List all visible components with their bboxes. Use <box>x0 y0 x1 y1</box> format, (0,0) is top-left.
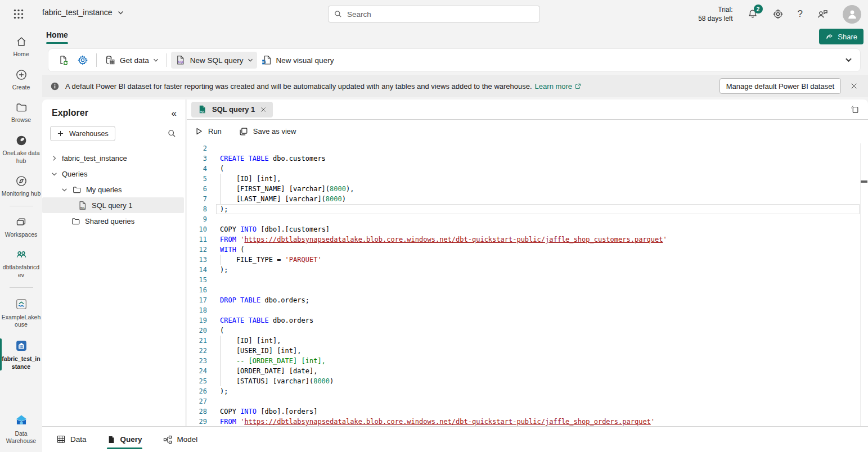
code-line-20[interactable]: 20( <box>187 326 868 336</box>
code-token: CREATE TABLE <box>220 155 269 162</box>
learn-more-link[interactable]: Learn more <box>535 82 582 91</box>
code-line-2[interactable]: 2 <box>187 143 868 153</box>
get-data-button[interactable]: Get data <box>101 52 163 69</box>
manage-default-dataset-button[interactable]: Manage default Power BI dataset <box>719 78 841 94</box>
rail-item-dbtlabsfabricdev[interactable]: dbtlabsfabricdev <box>0 245 42 282</box>
chevron-down-icon[interactable] <box>61 187 68 193</box>
settings-button[interactable] <box>772 8 784 20</box>
code-line-11[interactable]: 11FROM 'https://dbtlabsynapsedatalake.bl… <box>187 234 868 245</box>
code-line-28[interactable]: 28COPY INTO [dbo].[orders] <box>187 406 868 417</box>
banner-close-icon[interactable] <box>850 82 858 90</box>
code-line-24[interactable]: 24 [ORDER_DATE] [date], <box>187 366 868 376</box>
new-sql-query-button[interactable]: SQL New SQL query <box>171 52 257 69</box>
tree-item-fabric-test-instance[interactable]: fabric_test_instance <box>42 150 186 166</box>
account-avatar[interactable] <box>843 5 861 24</box>
line-number: 10 <box>187 224 207 234</box>
explorer-search-icon[interactable] <box>167 129 177 138</box>
bottom-tab-data[interactable]: Data <box>56 427 87 452</box>
rail-item-onelake-data-hub[interactable]: OneLake data hub <box>0 130 42 168</box>
rail-item-home[interactable]: Home <box>0 31 42 62</box>
code-token: 'PARQUET' <box>285 256 322 264</box>
code-line-23[interactable]: 23 -- [ORDER_DATE] [int], <box>187 356 868 366</box>
bottom-tab-query[interactable]: Query <box>107 427 142 452</box>
code-line-21[interactable]: 21 [ID] [int], <box>187 336 868 346</box>
global-search[interactable] <box>328 6 540 22</box>
code-line-25[interactable]: 25 [STATUS] [varchar](8000) <box>187 376 868 386</box>
code-line-15[interactable]: 15 <box>187 275 868 285</box>
query-tab[interactable]: SQL SQL query 1 <box>191 102 273 117</box>
warehouse-settings-button[interactable] <box>73 52 92 69</box>
tree-item-queries[interactable]: Queries <box>42 166 186 182</box>
code-token: ( <box>236 246 244 254</box>
line-number: 28 <box>187 406 207 417</box>
new-visual-query-button[interactable]: New visual query <box>257 52 338 69</box>
app-launcher-icon[interactable] <box>12 8 25 20</box>
code-line-16[interactable]: 16 <box>187 285 868 295</box>
code-line-10[interactable]: 10COPY INTO [dbo].[customers] <box>187 224 868 234</box>
rail-item-create[interactable]: Create <box>0 65 42 95</box>
code-line-18[interactable]: 18 <box>187 305 868 315</box>
code-token: [dbo].[orders] <box>257 408 317 415</box>
run-button[interactable]: Run <box>194 126 222 136</box>
rail-item-fabric-test-instance[interactable]: fabric_test_instance <box>0 335 42 374</box>
indent-guide <box>220 346 221 356</box>
rail-item-workspaces[interactable]: Workspaces <box>0 212 42 242</box>
code-line-6[interactable]: 6 [FIRST_NAME] [varchar](8000), <box>187 184 868 194</box>
search-input[interactable] <box>347 10 527 19</box>
code-line-22[interactable]: 22 [USER_ID] [int], <box>187 346 868 356</box>
rail-item-examplelakehouse[interactable]: ExampleLakehouse <box>0 293 42 332</box>
code-line-3[interactable]: 3CREATE TABLE dbo.customers <box>187 153 868 164</box>
sql-code-editor[interactable]: 23CREATE TABLE dbo.customers4(5 [ID] [in… <box>187 143 868 426</box>
tree-item-shared-queries[interactable]: Shared queries <box>42 213 186 229</box>
code-line-29[interactable]: 29FROM 'https://dbtlabsynapsedatalake.bl… <box>187 417 868 426</box>
line-number: 14 <box>187 265 207 275</box>
code-line-5[interactable]: 5 [ID] [int], <box>187 174 868 184</box>
save-as-view-button[interactable]: Save as view <box>239 126 296 137</box>
code-line-9[interactable]: 9 <box>187 214 868 224</box>
editor-toolbar: Run Save as view <box>187 120 868 143</box>
refresh-dataset-button[interactable] <box>54 52 73 69</box>
code-token <box>220 357 236 365</box>
code-line-13[interactable]: 13 FILE_TYPE = 'PARQUET' <box>187 255 868 265</box>
feedback-button[interactable] <box>817 8 829 20</box>
code-line-26[interactable]: 26); <box>187 386 868 396</box>
visual-query-document-icon <box>261 55 272 66</box>
indent-guide <box>220 194 221 204</box>
tree-item-label: Shared queries <box>85 217 134 225</box>
code-line-12[interactable]: 12WITH ( <box>187 245 868 255</box>
chevron-down-icon[interactable] <box>51 171 57 177</box>
line-number: 24 <box>187 366 207 376</box>
rail-item-label: Create <box>12 84 30 92</box>
code-line-8[interactable]: 8); <box>187 204 868 214</box>
code-token: INTO <box>240 408 257 415</box>
code-line-7[interactable]: 7 [LAST_NAME] [varchar](8000) <box>187 194 868 204</box>
code-line-4[interactable]: 4( <box>187 164 868 174</box>
code-line-19[interactable]: 19CREATE TABLE dbo.orders <box>187 315 868 326</box>
tab-home[interactable]: Home <box>46 30 68 44</box>
tree-item-my-queries[interactable]: My queries <box>42 182 186 197</box>
tab-home-label: Home <box>46 30 68 39</box>
collapse-ribbon-chevron[interactable] <box>845 56 852 64</box>
tree-item-sql-query-1[interactable]: SQLSQL query 1 <box>42 197 184 213</box>
share-button[interactable]: Share <box>819 29 863 44</box>
line-number: 6 <box>187 184 207 194</box>
chevron-right-icon[interactable] <box>51 155 57 161</box>
rail-item-browse[interactable]: Browse <box>0 97 42 128</box>
close-tab-icon[interactable] <box>260 106 267 113</box>
collapse-explorer-icon[interactable]: « <box>172 109 177 118</box>
editor-scrollbar[interactable] <box>860 143 868 426</box>
rail-item-monitoring-hub[interactable]: Monitoring hub <box>0 171 42 201</box>
notifications-button[interactable]: 2 <box>747 8 758 20</box>
help-button[interactable]: ? <box>798 8 803 20</box>
code-line-17[interactable]: 17DROP TABLE dbo.orders; <box>187 295 868 305</box>
code-token: [USER_ID] [int], <box>220 347 302 355</box>
run-button-label: Run <box>208 127 222 135</box>
copy-icon[interactable] <box>849 105 860 115</box>
bottom-tab-model[interactable]: Model <box>163 427 198 452</box>
share-icon <box>825 33 834 41</box>
workspace-switcher[interactable]: fabric_test_instance <box>42 8 124 17</box>
code-line-27[interactable]: 27 <box>187 396 868 406</box>
add-warehouses-button[interactable]: Warehouses <box>50 126 115 141</box>
rail-item-data-warehouse[interactable]: Data Warehouse <box>0 409 42 449</box>
code-line-14[interactable]: 14); <box>187 265 868 275</box>
